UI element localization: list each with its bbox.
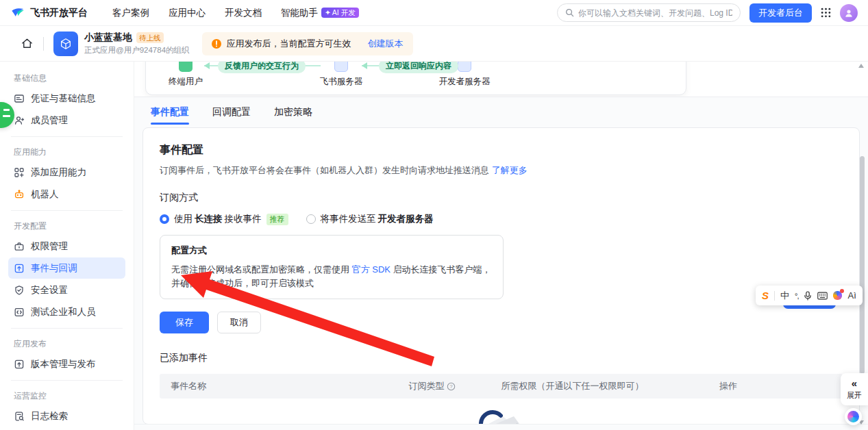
expand-panel-button[interactable]: « 展开 (841, 373, 868, 405)
tab-callback-config[interactable]: 回调配置 (212, 97, 251, 127)
official-sdk-link[interactable]: 官方 SDK (352, 264, 390, 275)
end-user-icon (179, 62, 193, 72)
sidebar-item-add-capability[interactable]: 添加应用能力 (8, 162, 125, 183)
create-version-link[interactable]: 创建版本 (368, 38, 404, 50)
home-icon[interactable] (21, 37, 34, 50)
flow-diagram-strip: 终端用户 飞书服务器 开发者服务器 反馈用户的交互行为 立即返回响应内容 (134, 62, 868, 97)
keyboard-icon[interactable] (817, 292, 828, 300)
tab-event-config[interactable]: 事件配置 (151, 97, 189, 127)
sidebar-item-test-org[interactable]: 测试企业和人员 (8, 301, 125, 322)
global-search-box[interactable] (557, 3, 741, 22)
save-button[interactable]: 保存 (160, 312, 209, 333)
sidebar-item-label: 测试企业和人员 (31, 306, 96, 318)
flow-node-label: 飞书服务器 (320, 76, 363, 88)
developer-server-icon (458, 62, 471, 72)
sidebar-item-bot[interactable]: 机器人 (8, 184, 125, 205)
event-callback-icon (14, 263, 25, 274)
nav-item-appcenter[interactable]: 应用中心 (169, 7, 206, 19)
nav-item-assistant[interactable]: 智能助手 ✦AI 开发 (281, 7, 359, 19)
feishu-server-icon (334, 62, 348, 72)
microphone-icon[interactable] (804, 291, 812, 301)
sidebar-item-label: 日志检索 (31, 410, 68, 422)
ai-assistant-floating-button[interactable] (845, 408, 862, 425)
search-icon (565, 8, 574, 17)
sidebar-item-log-search[interactable]: 日志检索 (8, 405, 125, 427)
sparkle-icon: ✦ (325, 9, 331, 16)
subscribe-mode-label: 订阅方式 (160, 192, 843, 204)
id-card-icon (14, 93, 25, 104)
sidebar-item-label: 版本管理与发布 (31, 358, 96, 370)
nav-item-docs[interactable]: 开发文档 (225, 7, 262, 19)
sidebar-item-quality-dashboard[interactable]: 应用质量看板 (8, 427, 125, 430)
app-header-bar: 小蓝蓝基地 待上线 正式应用@用户924784的组织 应用发布后，当前配置方可生… (0, 26, 868, 62)
flow-node-label: 终端用户 (169, 76, 203, 88)
config-tabs: 事件配置 回调配置 加密策略 (134, 97, 868, 127)
radio-long-connection[interactable]: 使用长连接接收事件 推荐 (160, 213, 288, 225)
double-chevron-left-icon: « (852, 378, 857, 388)
sidebar-item-credentials[interactable]: 凭证与基础信息 (8, 88, 125, 109)
column-required-permissions: 所需权限（开通以下任一权限即可） (501, 380, 719, 392)
column-actions: 操作 (719, 380, 832, 392)
added-events-table-header: 事件名称 订阅类型 ? 所需权限（开通以下任一权限即可） 操作 (160, 374, 843, 399)
feishu-logo-brand[interactable]: 飞书开放平台 (10, 5, 88, 21)
added-events-title: 已添加事件 (160, 352, 843, 364)
ime-chinese-mode-icon[interactable]: 中 (780, 290, 789, 302)
sidebar-item-security[interactable]: 安全设置 (8, 279, 125, 301)
ime-toolbar[interactable]: S 中 °, Aì (756, 286, 863, 305)
sidebar-item-label: 成员管理 (31, 114, 68, 127)
sidebar-item-label: 机器人 (31, 188, 59, 201)
user-silhouette-icon (844, 8, 854, 18)
sidebar-item-label: 添加应用能力 (31, 166, 86, 179)
column-event-name: 事件名称 (171, 380, 408, 392)
scrollbar-up-arrow-icon[interactable] (858, 64, 864, 68)
recommended-badge: 推荐 (266, 214, 288, 225)
sidebar-section-title-capability: 应用能力 (8, 142, 125, 161)
radio-unselected-icon[interactable] (306, 214, 316, 224)
svg-text:?: ? (450, 383, 453, 390)
expand-label: 展开 (847, 390, 862, 401)
sogou-ime-logo-icon[interactable]: S (762, 290, 769, 301)
learn-more-link[interactable]: 了解更多 (492, 165, 528, 175)
radio-label: 将事件发送至开发者服务器 (321, 213, 436, 225)
robot-icon (14, 189, 25, 200)
flow-edge-label: 反馈用户的交互行为 (218, 62, 306, 73)
radio-selected-icon[interactable] (160, 214, 169, 224)
briefcase-icon (14, 241, 25, 252)
feishu-logo-icon (10, 5, 25, 21)
sidebar: 基础信息 凭证与基础信息 成员管理 应用能力 添加应用能力 机器人 开发配置 权… (0, 62, 134, 430)
sidebar-item-members[interactable]: 成员管理 (8, 110, 125, 131)
description-text: 订阅事件后，飞书开放平台将会在事件（如机器人入群）发生时向请求地址推送消息 (160, 165, 489, 175)
brand-title: 飞书开放平台 (30, 7, 88, 19)
ime-skin-icon[interactable] (833, 291, 842, 300)
column-subscribe-type: 订阅类型 ? (408, 380, 501, 392)
sidebar-item-version-release[interactable]: 版本管理与发布 (8, 353, 125, 375)
status-badge: 待上线 (136, 32, 164, 44)
nav-item-cases[interactable]: 客户案例 (112, 7, 149, 19)
app-avatar-icon[interactable] (53, 31, 78, 56)
search-input[interactable] (578, 8, 732, 18)
apps-grid-icon[interactable] (821, 8, 831, 18)
vertical-scrollbar-thumb[interactable] (860, 156, 865, 374)
horizontal-scrollbar-track[interactable] (134, 424, 868, 430)
flow-node-feishu-server: 飞书服务器 (310, 62, 372, 88)
user-avatar[interactable] (840, 4, 858, 22)
event-config-description: 订阅事件后，飞书开放平台将会在事件（如机器人入群）发生时向请求地址推送消息 了解… (160, 164, 843, 177)
radio-send-to-server[interactable]: 将事件发送至开发者服务器 (306, 213, 436, 225)
help-icon[interactable]: ? (447, 382, 456, 391)
app-name: 小蓝蓝基地 (84, 31, 132, 44)
top-nav-menu: 客户案例 应用中心 开发文档 智能助手 ✦AI 开发 (112, 7, 359, 19)
ime-ai-assistant-icon[interactable]: Aì (847, 290, 856, 301)
publish-warning-banner: 应用发布后，当前配置方可生效 创建版本 (202, 32, 413, 55)
tab-encryption-strategy[interactable]: 加密策略 (274, 97, 312, 127)
cube-icon (58, 36, 73, 51)
sidebar-item-permissions[interactable]: 权限管理 (8, 236, 125, 257)
ai-dev-badge-label: AI 开发 (332, 9, 356, 16)
cancel-button[interactable]: 取消 (217, 312, 261, 333)
developer-console-button[interactable]: 开发者后台 (749, 3, 812, 23)
sidebar-section-title-devconfig: 开发配置 (8, 216, 125, 235)
warning-text: 应用发布后，当前配置方可生效 (227, 38, 351, 50)
ai-dev-badge: ✦AI 开发 (321, 8, 359, 18)
ime-punctuation-icon[interactable]: °, (795, 292, 798, 300)
event-config-card: 事件配置 订阅事件后，飞书开放平台将会在事件（如机器人入群）发生时向请求地址推送… (142, 127, 860, 425)
sidebar-item-events-callbacks[interactable]: 事件与回调 (8, 257, 125, 279)
